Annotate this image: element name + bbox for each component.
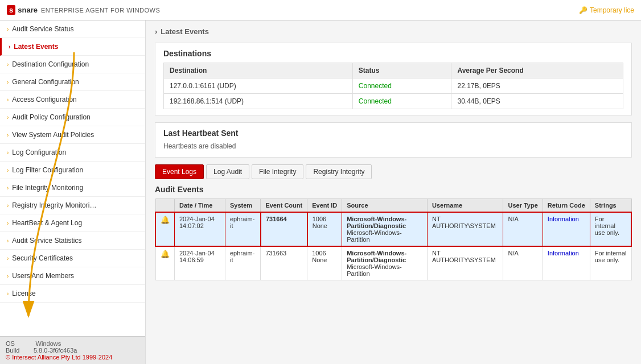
sidebar-item-file-integrity[interactable]: › File Integrity Monitoring <box>0 179 145 197</box>
dest-col-avg: Average Per Second <box>451 63 623 78</box>
sidebar-item-users-members[interactable]: › Users And Members <box>0 267 145 285</box>
sidebar-item-audit-service-status[interactable]: › Audit Service Status <box>0 20 145 38</box>
breadcrumb-label: Latest Events <box>161 27 209 36</box>
os-value: Windows <box>36 340 61 347</box>
source-bold-1: Microsoft-Windows-Partition/Diagnostic <box>347 216 406 229</box>
username-1: NT AUTHORITY\SYSTEM <box>427 212 503 246</box>
chevron-right-icon: › <box>7 185 9 191</box>
license-icon: 🔑 <box>579 6 587 14</box>
sidebar-label: Audit Policy Configuration <box>12 113 90 121</box>
chevron-right-icon: › <box>7 79 9 85</box>
chevron-right-icon: › <box>7 26 9 32</box>
event-id-2: 1006None <box>307 246 342 280</box>
chevron-right-icon: › <box>7 167 9 173</box>
destinations-title: Destinations <box>163 49 623 58</box>
sidebar-label: Security Certificates <box>12 254 73 262</box>
sidebar-item-heartbeat-agent-log[interactable]: › HeartBeat & Agent Log <box>0 214 145 232</box>
sidebar-label: License <box>12 289 35 297</box>
dest-status-2: Connected <box>352 94 451 109</box>
col-return-code: Return Code <box>543 199 590 213</box>
source-1: Microsoft-Windows-Partition/DiagnosticMi… <box>342 212 428 246</box>
sidebar-label: Log Filter Configuration <box>12 166 83 174</box>
sidebar-item-audit-service-stats[interactable]: › Audit Service Statistics <box>0 232 145 250</box>
destinations-card: Destinations Destination Status Average … <box>155 43 632 115</box>
sidebar-label: Audit Service Statistics <box>12 237 81 245</box>
sidebar-item-log-filter-config[interactable]: › Log Filter Configuration <box>0 162 145 179</box>
audit-events-section: Audit Events Date / Time System Event Co… <box>155 185 632 280</box>
col-bell <box>155 199 175 213</box>
layout: › Audit Service Status › Latest Events ›… <box>0 20 641 364</box>
sidebar-item-destination-config[interactable]: › Destination Configuration <box>0 56 145 73</box>
sidebar-item-log-config[interactable]: › Log Configuration <box>0 144 145 162</box>
event-count-1: 731664 <box>261 212 307 246</box>
sidebar-label: Registry Integrity Monitori… <box>12 201 96 209</box>
dest-address-2: 192.168.86.1:514 (UDP) <box>164 94 353 109</box>
event-count-2: 731663 <box>261 246 307 280</box>
audit-events-table: Date / Time System Event Count Event ID … <box>155 198 632 280</box>
dest-col-status: Status <box>352 63 451 78</box>
user-type-2: N/A <box>503 246 543 280</box>
sidebar-item-license[interactable]: › License <box>0 285 145 303</box>
header: s snare ENTERPRISE AGENT FOR WINDOWS 🔑 T… <box>0 0 641 20</box>
logo-name: snare <box>18 6 38 14</box>
chevron-right-icon: › <box>7 238 9 244</box>
sidebar-label: File Integrity Monitoring <box>12 184 83 192</box>
chevron-right-icon: › <box>7 291 9 297</box>
event-logs-button[interactable]: Event Logs <box>155 164 204 179</box>
col-event-id: Event ID <box>307 199 342 213</box>
copyright-link[interactable]: © Intersect Alliance Pty Ltd 1999-2024 <box>6 354 112 361</box>
sidebar-label: Latest Events <box>14 43 58 51</box>
audit-row-2: 🔔 2024-Jan-04 14:06:59 ephraim-it 731663… <box>155 246 631 280</box>
file-integrity-button[interactable]: File Integrity <box>252 164 303 179</box>
temp-license[interactable]: 🔑 Temporary lice <box>579 6 634 14</box>
bell-icon-1: 🔔 <box>155 212 175 246</box>
sidebar-label: View System Audit Policies <box>12 131 94 139</box>
build-value: 5.8.0-3f6fc463a <box>34 347 77 354</box>
sidebar-label: Access Configuration <box>12 96 76 104</box>
heartbeat-card: Last Heartbeat Sent Heartbeats are disab… <box>155 122 632 158</box>
datetime-1: 2024-Jan-04 14:07:02 <box>175 212 225 246</box>
system-1: ephraim-it <box>225 212 261 246</box>
logo: s snare <box>7 5 38 15</box>
strings-1: For internal use only. <box>590 212 631 246</box>
dest-row-2: 192.168.86.1:514 (UDP) Connected 30.44B,… <box>164 94 623 109</box>
sidebar-item-view-system-audit[interactable]: › View System Audit Policies <box>0 126 145 144</box>
col-user-type: User Type <box>503 199 543 213</box>
build-label: Build <box>6 347 19 354</box>
chevron-right-icon: › <box>9 44 10 50</box>
dest-status-1: Connected <box>352 78 451 94</box>
user-type-1: N/A <box>503 212 543 246</box>
destinations-table: Destination Status Average Per Second 12… <box>163 63 623 109</box>
sidebar-item-audit-policy-config[interactable]: › Audit Policy Configuration <box>0 109 145 126</box>
return-code-2: Information <box>543 246 590 280</box>
sidebar-item-security-certs[interactable]: › Security Certificates <box>0 250 145 267</box>
sidebar-label: Log Configuration <box>12 148 66 156</box>
source-2: Microsoft-Windows-Partition/DiagnosticMi… <box>342 246 428 280</box>
os-label: OS <box>6 340 15 347</box>
col-event-count: Event Count <box>261 199 307 213</box>
sidebar-item-latest-events[interactable]: › Latest Events <box>0 38 145 56</box>
dest-row-1: 127.0.0.1:6161 (UDP) Connected 22.17B, 0… <box>164 78 623 94</box>
source-bold-2: Microsoft-Windows-Partition/Diagnostic <box>347 250 406 263</box>
sidebar: › Audit Service Status › Latest Events ›… <box>0 20 146 364</box>
chevron-right-icon: › <box>7 150 9 156</box>
chevron-right-icon: › <box>7 114 9 121</box>
sidebar-item-access-config[interactable]: › Access Configuration <box>0 91 145 109</box>
bell-icon-2: 🔔 <box>155 246 175 280</box>
chevron-right-icon: › <box>7 132 9 138</box>
strings-2: For internal use only. <box>590 246 631 280</box>
sidebar-item-general-config[interactable]: › General Configuration <box>0 73 145 91</box>
sidebar-footer: OS Windows Build 5.8.0-3f6fc463a © Inter… <box>0 336 145 364</box>
event-type-buttons: Event Logs Log Audit File Integrity Regi… <box>155 164 632 179</box>
col-datetime: Date / Time <box>175 199 225 213</box>
heartbeat-title: Last Heartbeat Sent <box>163 129 623 138</box>
col-username: Username <box>427 199 503 213</box>
chevron-right-icon: › <box>7 220 9 226</box>
log-audit-button[interactable]: Log Audit <box>206 164 249 179</box>
chevron-right-icon: › <box>7 255 9 262</box>
sidebar-item-registry-integrity[interactable]: › Registry Integrity Monitori… <box>0 197 145 214</box>
chevron-right-icon: › <box>7 61 9 68</box>
dest-avg-1: 22.17B, 0EPS <box>451 78 623 94</box>
audit-events-title: Audit Events <box>155 185 632 194</box>
registry-integrity-button[interactable]: Registry Integrity <box>306 164 372 179</box>
